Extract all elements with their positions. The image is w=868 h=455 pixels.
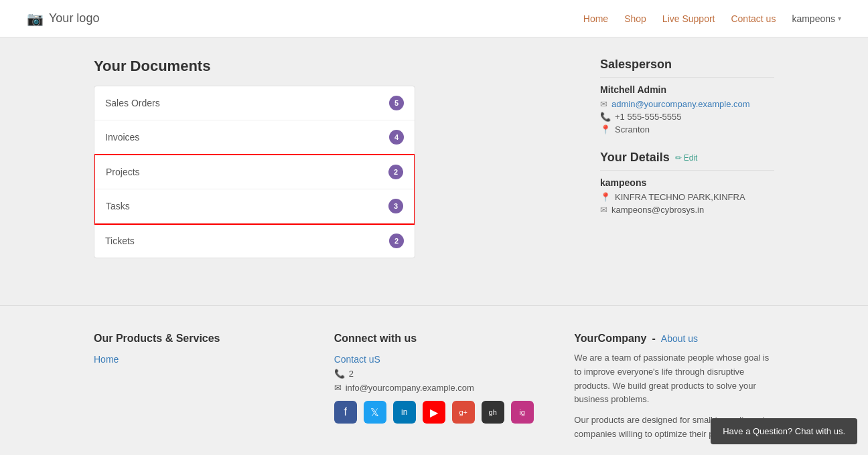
instagram-icon[interactable]: ig	[511, 401, 534, 424]
doc-label-invoices: Invoices	[105, 132, 139, 143]
doc-label-tickets: Tickets	[105, 236, 135, 246]
main-nav: Home Shop Live Support Contact us kampeo…	[583, 13, 841, 24]
salesperson-email[interactable]: admin@yourcompany.example.com	[611, 99, 750, 109]
details-email-row: ✉ kampeons@cybrosys.in	[600, 205, 774, 215]
doc-label-projects: Projects	[106, 167, 140, 177]
chat-label: Have a Question? Chat with us.	[723, 426, 845, 436]
details-email: kampeons@cybrosys.in	[611, 205, 704, 215]
linkedin-icon[interactable]: in	[393, 401, 416, 424]
doc-item-projects[interactable]: Projects 2	[95, 155, 414, 189]
edit-label: Edit	[684, 153, 698, 163]
salesperson-title: Salesperson	[600, 58, 774, 78]
social-icons-row: f 𝕏 in ▶ g+ gh ig	[334, 401, 534, 424]
address-icon: 📍	[600, 192, 611, 202]
documents-list: Sales Orders 5 Invoices 4 Projects 2 Tas…	[94, 86, 415, 258]
main-content: Your Documents Sales Orders 5 Invoices 4…	[0, 37, 868, 305]
doc-item-tickets[interactable]: Tickets 2	[94, 224, 415, 258]
doc-badge-sales-orders: 5	[389, 96, 404, 110]
nav-live-support[interactable]: Live Support	[662, 13, 715, 24]
doc-label-tasks: Tasks	[106, 201, 130, 211]
chat-widget[interactable]: Have a Question? Chat with us.	[711, 418, 857, 444]
footer-email-row: ✉ info@yourcompany.example.com	[334, 383, 534, 393]
user-menu[interactable]: kampeons ▾	[792, 13, 841, 24]
footer-phone: 2	[349, 369, 354, 379]
salesperson-phone: +1 555-555-5555	[615, 112, 681, 122]
edit-link[interactable]: ✏ Edit	[675, 153, 698, 163]
footer-contact-link[interactable]: Contact uS	[334, 354, 534, 365]
documents-title: Your Documents	[94, 58, 560, 75]
nav-contact-us[interactable]: Contact us	[731, 13, 776, 24]
footer-col-connect: Connect with us Contact uS 📞 2 ✉ info@yo…	[334, 333, 534, 442]
salesperson-phone-row: 📞 +1 555-555-5555	[600, 112, 774, 122]
details-company-name: kampeons	[600, 177, 774, 188]
doc-badge-projects: 2	[388, 165, 403, 179]
dash-separator: -	[652, 333, 656, 345]
camera-icon: 📷	[27, 11, 44, 27]
footer-col-products: Our Products & Services Home	[94, 333, 294, 442]
doc-badge-invoices: 4	[389, 130, 404, 145]
chevron-down-icon: ▾	[838, 15, 841, 22]
salesperson-location-row: 📍 Scranton	[600, 124, 774, 134]
doc-badge-tasks: 3	[388, 199, 403, 213]
phone-icon: 📞	[600, 112, 611, 122]
footer-company-title: YourCompany - About us	[574, 333, 774, 345]
facebook-icon[interactable]: f	[334, 401, 357, 424]
salesperson-email-row: ✉ admin@yourcompany.example.com	[600, 99, 774, 109]
footer-connect-title: Connect with us	[334, 333, 534, 345]
about-us-link[interactable]: About us	[661, 333, 698, 344]
your-details-section: Your Details ✏ Edit kampeons 📍 KINFRA TE…	[600, 151, 774, 215]
footer-columns: Our Products & Services Home Connect wit…	[94, 333, 774, 442]
company-about-text-1: We are a team of passionate people whose…	[574, 351, 774, 407]
footer-phone-icon: 📞	[334, 369, 345, 379]
footer-phone-row: 📞 2	[334, 369, 534, 379]
company-name-label: YourCompany	[574, 333, 646, 345]
doc-item-tasks[interactable]: Tasks 3	[95, 189, 414, 223]
location-icon: 📍	[600, 124, 611, 134]
google-plus-icon[interactable]: g+	[452, 401, 475, 424]
nav-home[interactable]: Home	[583, 13, 608, 24]
email-icon: ✉	[600, 99, 607, 109]
doc-item-sales-orders[interactable]: Sales Orders 5	[94, 86, 415, 120]
footer-products-title: Our Products & Services	[94, 333, 294, 345]
logo-text: Your logo	[49, 11, 99, 25]
pencil-icon: ✏	[675, 153, 682, 163]
footer-home-link[interactable]: Home	[94, 354, 294, 365]
header: 📷 Your logo Home Shop Live Support Conta…	[0, 0, 868, 37]
details-address: KINFRA TECHNO PARK,KINFRA	[615, 192, 745, 202]
github-icon[interactable]: gh	[482, 401, 504, 424]
left-panel: Your Documents Sales Orders 5 Invoices 4…	[94, 58, 560, 285]
your-details-title: Your Details ✏ Edit	[600, 151, 774, 171]
youtube-icon[interactable]: ▶	[423, 401, 445, 424]
details-address-row: 📍 KINFRA TECHNO PARK,KINFRA	[600, 192, 774, 202]
doc-label-sales-orders: Sales Orders	[105, 98, 160, 108]
username: kampeons	[792, 13, 835, 24]
nav-shop[interactable]: Shop	[624, 13, 646, 24]
logo[interactable]: 📷 Your logo	[27, 11, 99, 27]
doc-item-invoices[interactable]: Invoices 4	[94, 120, 415, 155]
details-email-icon: ✉	[600, 205, 607, 215]
salesperson-name: Mitchell Admin	[600, 84, 774, 95]
salesperson-location: Scranton	[615, 124, 650, 134]
your-details-label: Your Details	[600, 151, 670, 165]
footer-email-icon: ✉	[334, 383, 342, 393]
footer-email: info@yourcompany.example.com	[346, 383, 474, 393]
twitter-icon[interactable]: 𝕏	[364, 401, 386, 424]
doc-badge-tickets: 2	[389, 234, 404, 248]
highlighted-group: Projects 2 Tasks 3	[94, 154, 415, 225]
right-panel: Salesperson Mitchell Admin ✉ admin@yourc…	[600, 58, 774, 285]
salesperson-section: Salesperson Mitchell Admin ✉ admin@yourc…	[600, 58, 774, 134]
